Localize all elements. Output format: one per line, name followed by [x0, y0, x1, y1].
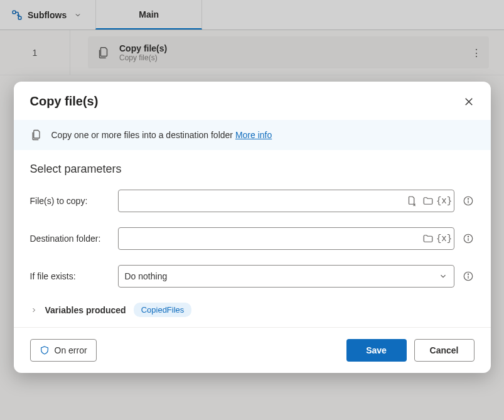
dialog: Copy file(s) Copy one or more files into…: [14, 82, 491, 373]
dialog-info-bar: Copy one or more files into a destinatio…: [14, 120, 491, 150]
if-file-exists-select[interactable]: Do nothing: [118, 265, 454, 288]
shield-icon: [40, 345, 50, 355]
variables-produced-label: Variables produced: [45, 305, 126, 315]
dest-info-icon[interactable]: [462, 232, 475, 245]
close-icon[interactable]: [463, 96, 475, 107]
copy-file-icon: [30, 129, 43, 141]
save-button[interactable]: Save: [346, 339, 407, 362]
variables-produced-row[interactable]: Variables produced CopiedFiles: [30, 303, 475, 317]
files-input[interactable]: [125, 196, 406, 206]
more-info-link[interactable]: More info: [235, 130, 272, 140]
param-dest-row: Destination folder: {x}: [30, 227, 475, 250]
browse-folder-icon[interactable]: [422, 195, 434, 207]
section-title: Select parameters: [30, 163, 475, 176]
variable-picker-icon[interactable]: {x}: [439, 195, 450, 207]
dest-label: Destination folder:: [30, 234, 118, 244]
exists-value: Do nothing: [125, 271, 168, 281]
dest-field: {x}: [118, 227, 454, 250]
files-label: File(s) to copy:: [30, 196, 118, 206]
chevron-right-icon: [30, 306, 38, 314]
cancel-button[interactable]: Cancel: [414, 339, 475, 362]
variable-picker-icon[interactable]: {x}: [439, 233, 450, 244]
param-files-row: File(s) to copy: {x}: [30, 190, 475, 212]
dialog-title: Copy file(s): [30, 94, 99, 109]
on-error-label: On error: [55, 345, 87, 355]
dialog-header: Copy file(s): [14, 82, 491, 120]
exists-info-icon[interactable]: [462, 270, 475, 283]
variable-chip[interactable]: CopiedFiles: [134, 303, 192, 317]
param-exists-row: If file exists: Do nothing: [30, 265, 475, 288]
files-field: {x}: [118, 190, 454, 212]
svg-point-12: [468, 274, 468, 274]
svg-point-6: [468, 198, 468, 199]
modal-overlay: Copy file(s) Copy one or more files into…: [0, 0, 504, 420]
chevron-down-icon: [439, 272, 448, 281]
browse-folder-icon[interactable]: [422, 233, 434, 244]
destination-input[interactable]: [125, 234, 422, 244]
dialog-info-text: Copy one or more files into a destinatio…: [51, 130, 272, 140]
files-info-icon[interactable]: [462, 195, 475, 207]
on-error-button[interactable]: On error: [30, 339, 97, 362]
exists-label: If file exists:: [30, 271, 118, 281]
dialog-footer: On error Save Cancel: [14, 327, 491, 373]
svg-point-9: [468, 236, 468, 237]
select-file-icon[interactable]: [406, 195, 417, 207]
dialog-body: Select parameters File(s) to copy: {x} D…: [14, 150, 491, 327]
